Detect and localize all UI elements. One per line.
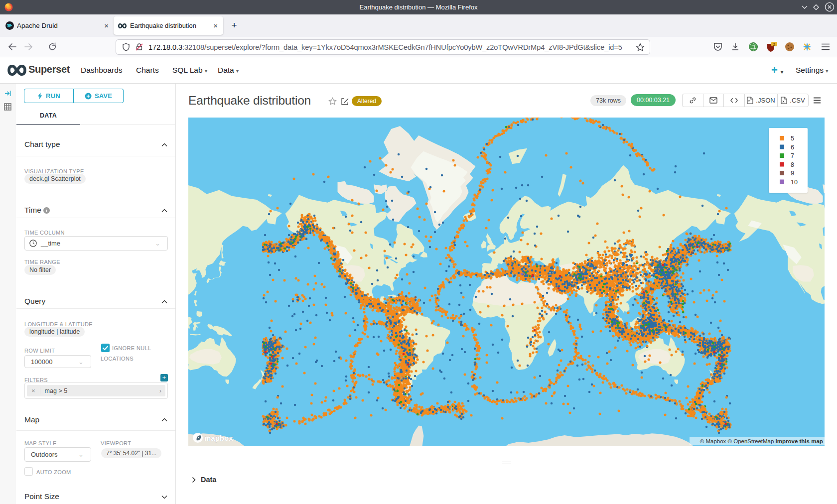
svg-text:2: 2 — [773, 42, 776, 47]
svg-text:10: 10 — [791, 179, 798, 186]
svg-text:9: 9 — [791, 170, 794, 177]
svg-text:mapbox: mapbox — [204, 434, 233, 442]
svg-text:6: 6 — [791, 144, 794, 151]
svg-text:7: 7 — [791, 152, 794, 159]
svg-text:8: 8 — [791, 161, 794, 168]
svg-text:5: 5 — [791, 135, 794, 142]
